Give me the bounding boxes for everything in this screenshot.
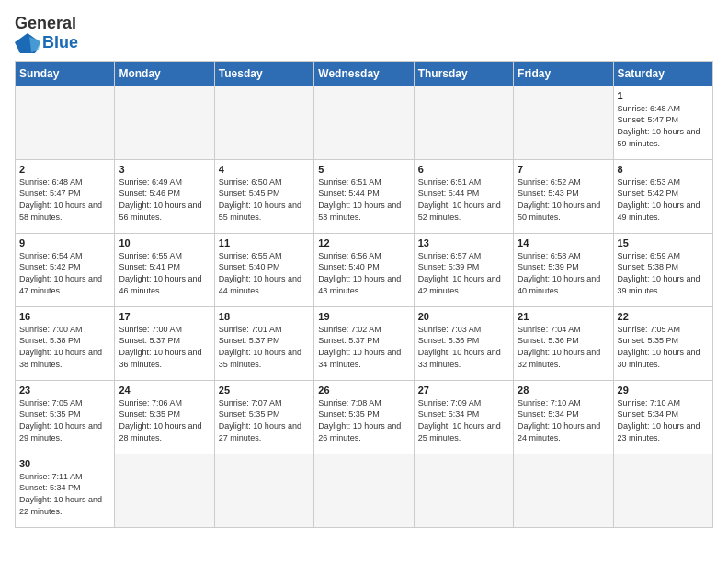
calendar-week-6: 30Sunrise: 7:11 AMSunset: 5:34 PMDayligh… (16, 454, 713, 527)
header-day-tuesday: Tuesday (214, 61, 313, 86)
header-day-thursday: Thursday (414, 61, 513, 86)
calendar-cell: 5Sunrise: 6:51 AMSunset: 5:44 PMDaylight… (314, 159, 414, 233)
header-day-monday: Monday (115, 61, 214, 86)
day-number: 8 (618, 164, 709, 175)
day-number: 19 (318, 311, 409, 322)
calendar-cell: 19Sunrise: 7:02 AMSunset: 5:37 PMDayligh… (314, 306, 414, 380)
day-number: 29 (618, 385, 709, 396)
calendar-week-5: 23Sunrise: 7:05 AMSunset: 5:35 PMDayligh… (16, 380, 713, 454)
calendar-cell: 2Sunrise: 6:48 AMSunset: 5:47 PMDaylight… (16, 159, 115, 233)
day-number: 23 (19, 385, 110, 396)
calendar-cell (314, 454, 414, 527)
day-number: 5 (318, 164, 409, 175)
day-info: Sunrise: 7:04 AMSunset: 5:36 PMDaylight:… (518, 324, 609, 370)
calendar-header-row: SundayMondayTuesdayWednesdayThursdayFrid… (16, 61, 713, 86)
calendar-cell: 25Sunrise: 7:07 AMSunset: 5:35 PMDayligh… (214, 380, 313, 454)
calendar-cell: 21Sunrise: 7:04 AMSunset: 5:36 PMDayligh… (514, 306, 613, 380)
calendar-cell (514, 454, 613, 527)
day-info: Sunrise: 6:50 AMSunset: 5:45 PMDaylight:… (219, 177, 310, 223)
day-info: Sunrise: 7:01 AMSunset: 5:37 PMDaylight:… (219, 324, 310, 370)
logo-text: General Blue (15, 15, 78, 53)
day-info: Sunrise: 6:55 AMSunset: 5:41 PMDaylight:… (119, 250, 210, 296)
day-info: Sunrise: 6:49 AMSunset: 5:46 PMDaylight:… (119, 177, 210, 223)
day-number: 21 (518, 311, 609, 322)
day-info: Sunrise: 7:00 AMSunset: 5:38 PMDaylight:… (19, 324, 110, 370)
day-info: Sunrise: 7:07 AMSunset: 5:35 PMDaylight:… (219, 397, 310, 443)
calendar-cell: 29Sunrise: 7:10 AMSunset: 5:34 PMDayligh… (613, 380, 712, 454)
calendar-week-2: 2Sunrise: 6:48 AMSunset: 5:47 PMDaylight… (16, 159, 713, 233)
calendar-cell: 18Sunrise: 7:01 AMSunset: 5:37 PMDayligh… (214, 306, 313, 380)
calendar-cell: 3Sunrise: 6:49 AMSunset: 5:46 PMDaylight… (115, 159, 214, 233)
logo-bird-icon (15, 33, 40, 53)
calendar-cell: 22Sunrise: 7:05 AMSunset: 5:35 PMDayligh… (613, 306, 712, 380)
calendar-cell: 9Sunrise: 6:54 AMSunset: 5:42 PMDaylight… (16, 233, 115, 306)
day-info: Sunrise: 6:56 AMSunset: 5:40 PMDaylight:… (318, 250, 409, 296)
day-number: 27 (418, 385, 509, 396)
day-info: Sunrise: 6:52 AMSunset: 5:43 PMDaylight:… (518, 177, 609, 223)
logo: General Blue (15, 15, 78, 53)
day-number: 1 (618, 90, 709, 101)
day-info: Sunrise: 6:51 AMSunset: 5:44 PMDaylight:… (418, 177, 509, 223)
calendar-cell: 30Sunrise: 7:11 AMSunset: 5:34 PMDayligh… (16, 454, 115, 527)
day-info: Sunrise: 6:58 AMSunset: 5:39 PMDaylight:… (518, 250, 609, 296)
calendar-cell: 17Sunrise: 7:00 AMSunset: 5:37 PMDayligh… (115, 306, 214, 380)
calendar-cell: 4Sunrise: 6:50 AMSunset: 5:45 PMDaylight… (214, 159, 313, 233)
day-info: Sunrise: 7:00 AMSunset: 5:37 PMDaylight:… (119, 324, 210, 370)
day-info: Sunrise: 7:08 AMSunset: 5:35 PMDaylight:… (318, 397, 409, 443)
day-number: 3 (119, 164, 210, 175)
day-info: Sunrise: 7:02 AMSunset: 5:37 PMDaylight:… (318, 324, 409, 370)
calendar-cell: 20Sunrise: 7:03 AMSunset: 5:36 PMDayligh… (414, 306, 513, 380)
day-number: 20 (418, 311, 509, 322)
day-number: 14 (518, 237, 609, 248)
calendar-cell (314, 86, 414, 159)
calendar-table: SundayMondayTuesdayWednesdayThursdayFrid… (15, 61, 713, 528)
calendar-cell (214, 454, 313, 527)
day-number: 10 (119, 237, 210, 248)
day-number: 24 (119, 385, 210, 396)
calendar-week-4: 16Sunrise: 7:00 AMSunset: 5:38 PMDayligh… (16, 306, 713, 380)
logo-general: General (15, 15, 78, 33)
day-number: 18 (219, 311, 310, 322)
day-number: 16 (19, 311, 110, 322)
calendar-week-1: 1Sunrise: 6:48 AMSunset: 5:47 PMDaylight… (16, 86, 713, 159)
calendar-cell: 27Sunrise: 7:09 AMSunset: 5:34 PMDayligh… (414, 380, 513, 454)
day-info: Sunrise: 7:05 AMSunset: 5:35 PMDaylight:… (618, 324, 709, 370)
day-info: Sunrise: 6:59 AMSunset: 5:38 PMDaylight:… (618, 250, 709, 296)
calendar-cell: 28Sunrise: 7:10 AMSunset: 5:34 PMDayligh… (514, 380, 613, 454)
day-info: Sunrise: 6:54 AMSunset: 5:42 PMDaylight:… (19, 250, 110, 296)
calendar-cell (514, 86, 613, 159)
calendar-cell (115, 454, 214, 527)
svg-marker-1 (29, 37, 40, 52)
day-info: Sunrise: 7:06 AMSunset: 5:35 PMDaylight:… (119, 397, 210, 443)
day-info: Sunrise: 7:05 AMSunset: 5:35 PMDaylight:… (19, 397, 110, 443)
day-info: Sunrise: 6:53 AMSunset: 5:42 PMDaylight:… (618, 177, 709, 223)
day-number: 22 (618, 311, 709, 322)
day-info: Sunrise: 7:03 AMSunset: 5:36 PMDaylight:… (418, 324, 509, 370)
header-day-friday: Friday (514, 61, 613, 86)
day-number: 13 (418, 237, 509, 248)
calendar-cell (414, 86, 513, 159)
day-info: Sunrise: 7:10 AMSunset: 5:34 PMDaylight:… (518, 397, 609, 443)
calendar-cell (16, 86, 115, 159)
calendar-cell (214, 86, 313, 159)
logo-blue-text: Blue (42, 34, 78, 52)
day-number: 6 (418, 164, 509, 175)
day-info: Sunrise: 6:48 AMSunset: 5:47 PMDaylight:… (618, 103, 709, 149)
header-day-wednesday: Wednesday (314, 61, 414, 86)
calendar-cell: 7Sunrise: 6:52 AMSunset: 5:43 PMDaylight… (514, 159, 613, 233)
calendar-cell: 13Sunrise: 6:57 AMSunset: 5:39 PMDayligh… (414, 233, 513, 306)
day-number: 25 (219, 385, 310, 396)
calendar-cell (115, 86, 214, 159)
day-info: Sunrise: 6:51 AMSunset: 5:44 PMDaylight:… (318, 177, 409, 223)
calendar-cell: 1Sunrise: 6:48 AMSunset: 5:47 PMDaylight… (613, 86, 712, 159)
calendar-cell: 14Sunrise: 6:58 AMSunset: 5:39 PMDayligh… (514, 233, 613, 306)
day-info: Sunrise: 7:09 AMSunset: 5:34 PMDaylight:… (418, 397, 509, 443)
day-info: Sunrise: 7:10 AMSunset: 5:34 PMDaylight:… (618, 397, 709, 443)
day-number: 4 (219, 164, 310, 175)
calendar-cell: 26Sunrise: 7:08 AMSunset: 5:35 PMDayligh… (314, 380, 414, 454)
day-number: 30 (19, 458, 110, 469)
calendar-cell: 10Sunrise: 6:55 AMSunset: 5:41 PMDayligh… (115, 233, 214, 306)
day-number: 9 (19, 237, 110, 248)
day-number: 26 (318, 385, 409, 396)
day-info: Sunrise: 6:55 AMSunset: 5:40 PMDaylight:… (219, 250, 310, 296)
